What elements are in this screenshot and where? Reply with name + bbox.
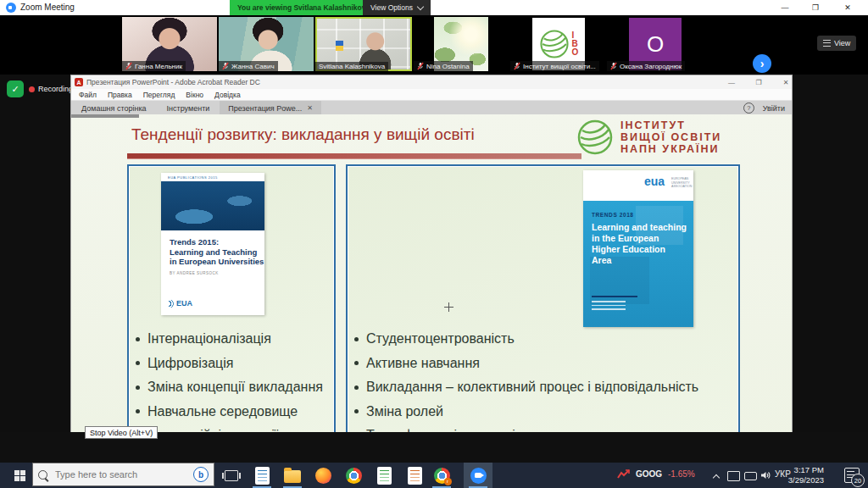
logo-line: ВИЩОЇ ОСВІТИ [620, 131, 721, 143]
institute-logo: ІНСТИТУТ ВИЩОЇ ОСВІТИ НАПН УКРАЇНИ [576, 119, 721, 156]
view-options-button[interactable]: View Options [363, 0, 431, 15]
close-button[interactable]: ✕ [775, 75, 797, 89]
left-bullet-list: Інтернаціоналізація Цифровізація Зміна к… [136, 327, 323, 448]
windows-taskbar: b г GOOG -1.65% УКР 3:17 PM 3/29/2023 [0, 463, 868, 488]
participant-nameplate: Інститут вищої освіти... [510, 61, 599, 71]
menu-window[interactable]: Вікно [186, 91, 203, 99]
task-view-button[interactable] [217, 463, 246, 488]
signin-button[interactable]: Увійти [763, 104, 785, 113]
taskbar-app-chrome[interactable] [339, 463, 368, 488]
zoom-window-title: Zoom Meeting [20, 3, 75, 12]
help-icon[interactable]: ? [743, 103, 754, 114]
participant-tile-active-speaker[interactable]: Svitlana Kalashnikova [315, 17, 412, 71]
crosshair-cursor [444, 302, 453, 312]
slide-right-panel: eua EUROPEAN UNIVERSITY ASSOCIATION TREN… [346, 164, 740, 444]
menu-help[interactable]: Довідка [214, 91, 241, 99]
taskbar-app-writer[interactable] [248, 463, 276, 488]
taskbar-clock[interactable]: 3:17 PM 3/29/2023 [788, 465, 824, 485]
chevron-down-icon [417, 3, 424, 10]
menu-view[interactable]: Перегляд [143, 91, 175, 99]
clock-date: 3/29/2023 [788, 475, 824, 485]
bullet-text: Зміна концепції викладання [147, 380, 323, 395]
recording-indicator: Recording [29, 85, 73, 93]
list-item: Зміна ролей [354, 400, 698, 424]
book-title: Learning and teaching in the European Hi… [592, 222, 687, 266]
acrobat-app-icon: A [75, 78, 83, 86]
tab-label: Презентация Powe... [228, 104, 302, 113]
participant-tile[interactable]: І В О Інститут вищої освіти... [510, 17, 605, 71]
zoom-logo-icon [6, 3, 16, 13]
participant-tile[interactable]: Nina Ostanina [414, 17, 509, 71]
list-item: Цифровізація [136, 352, 323, 376]
close-button[interactable]: ✕ [836, 0, 860, 15]
volume-icon[interactable] [760, 470, 771, 480]
ivo-letters: І В О [572, 31, 579, 57]
acrobat-window-title: Презентация PowerPoint - Adobe Acrobat R… [86, 78, 260, 86]
menu-file[interactable]: Файл [79, 91, 97, 99]
close-icon[interactable]: ✕ [307, 104, 313, 112]
book-title: Trends 2015: Learning and Teaching in Eu… [170, 237, 264, 267]
book-cover-body: TRENDS 2018 Learning and teaching in the… [583, 201, 693, 327]
view-label: View [834, 39, 850, 47]
muted-mic-icon [610, 62, 617, 70]
slide-title: Тенденції розвитку: викладання у вищій о… [131, 125, 475, 144]
chrome-icon [346, 468, 362, 484]
restore-button[interactable]: ❐ [804, 0, 827, 15]
taskbar-search[interactable]: b [32, 463, 214, 486]
view-layout-button[interactable]: View [817, 36, 856, 51]
globe-icon [539, 29, 570, 59]
list-item: Навчальне середовище [136, 400, 323, 424]
taskbar-app-chrome-profile[interactable]: г [427, 463, 456, 488]
toolbar-stub [71, 114, 139, 118]
restore-button[interactable]: ❐ [748, 75, 770, 89]
bullet-dot [354, 409, 359, 413]
taskbar-app-firefox[interactable] [309, 463, 337, 488]
tray-window-icon[interactable] [727, 471, 740, 481]
next-participants-button[interactable]: › [753, 54, 771, 73]
tab-label: Інструменти [167, 104, 210, 113]
taskbar-app-impress[interactable] [400, 463, 429, 488]
list-item: Інтернаціоналізація [136, 327, 323, 352]
recording-dot-icon [29, 86, 35, 92]
participant-nameplate: Ганна Мельник [122, 61, 186, 71]
bullet-dot [354, 337, 359, 341]
minimize-button[interactable]: — [721, 75, 743, 89]
tab-home[interactable]: Домашня сторінка [71, 101, 157, 115]
tab-tools[interactable]: Інструменти [157, 101, 220, 115]
signin-area: ? Увійти [743, 101, 785, 115]
participant-tile[interactable]: Жанна Савич [219, 17, 314, 71]
tab-document[interactable]: Презентация Powe... ✕ [220, 101, 321, 115]
firefox-icon [315, 468, 331, 484]
notification-badge: 20 [851, 474, 865, 487]
taskbar-app-calc[interactable] [370, 463, 398, 488]
minimize-button[interactable]: — [773, 0, 797, 15]
bullet-text: Інтернаціоналізація [147, 331, 271, 347]
taskbar-app-zoom[interactable] [464, 463, 492, 488]
start-button[interactable] [7, 463, 32, 488]
tray-expand-icon[interactable] [713, 474, 720, 481]
participant-tile[interactable]: Ганна Мельник [122, 17, 217, 71]
menu-edit[interactable]: Правка [108, 91, 132, 99]
participant-name: Svitlana Kalashnikova [319, 63, 385, 70]
bullet-text: Викладання – колективний процес і відпов… [366, 380, 698, 395]
trends-2018-book-cover: eua EUROPEAN UNIVERSITY ASSOCIATION TREN… [583, 170, 693, 327]
tray-keyboard-icon[interactable] [744, 472, 757, 480]
participant-tile[interactable]: O Оксана Загороднюк [607, 17, 702, 71]
tab-label: Домашня сторінка [81, 104, 147, 113]
pdf-document-area: Тенденції розвитку: викладання у вищій о… [71, 114, 792, 462]
video-strip: Ганна Мельник Жанна Савич Svitlana Kalas… [0, 15, 868, 75]
calc-icon [377, 467, 392, 485]
participant-name: Інститут вищої освіти... [523, 63, 596, 70]
search-input[interactable] [53, 469, 175, 480]
ukraine-flag [336, 41, 343, 51]
security-shield-icon[interactable]: ✓ [7, 80, 24, 97]
right-bullet-list: Студентоцентрованість Активне навчання В… [354, 327, 698, 448]
stock-ticker-icon[interactable] [617, 469, 631, 480]
muted-mic-icon [222, 62, 229, 70]
zoom-titlebar: Zoom Meeting You are viewing Svitlana Ka… [0, 0, 868, 15]
muted-mic-icon [125, 62, 132, 70]
ticker-symbol[interactable]: GOOG [636, 469, 662, 479]
eua-logo: EUA [169, 299, 192, 308]
title-underline-bar [127, 153, 581, 159]
taskbar-app-explorer[interactable] [278, 463, 307, 488]
